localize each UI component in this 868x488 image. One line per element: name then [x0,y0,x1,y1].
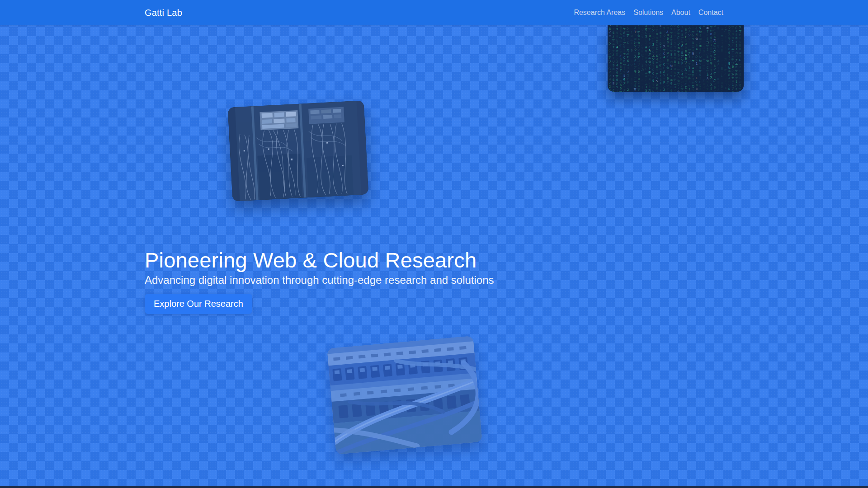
nav-link-about[interactable]: About [671,9,690,17]
nav-link-solutions[interactable]: Solutions [633,9,663,17]
page-background: { "theme": { "background_base": "#2e73e3… [0,0,868,488]
page-title: Pioneering Web & Cloud Research [145,248,723,272]
nav-link-research-areas[interactable]: Research Areas [574,9,625,17]
hero-subtitle: Advancing digital innovation through cut… [145,274,723,287]
explore-research-button[interactable]: Explore Our Research [145,294,252,314]
hero-section: Pioneering Web & Cloud Research Advancin… [145,0,723,314]
navbar: Gatti Lab Research Areas Solutions About… [0,0,868,25]
network-cables-graphic [327,336,482,454]
navbar-inner: Gatti Lab Research Areas Solutions About… [145,0,723,25]
footer-bar [0,486,868,488]
brand-logo[interactable]: Gatti Lab [145,8,182,18]
nav-link-contact[interactable]: Contact [698,9,723,17]
network-cables-image [327,336,482,454]
nav-links: Research Areas Solutions About Contact [574,9,723,17]
